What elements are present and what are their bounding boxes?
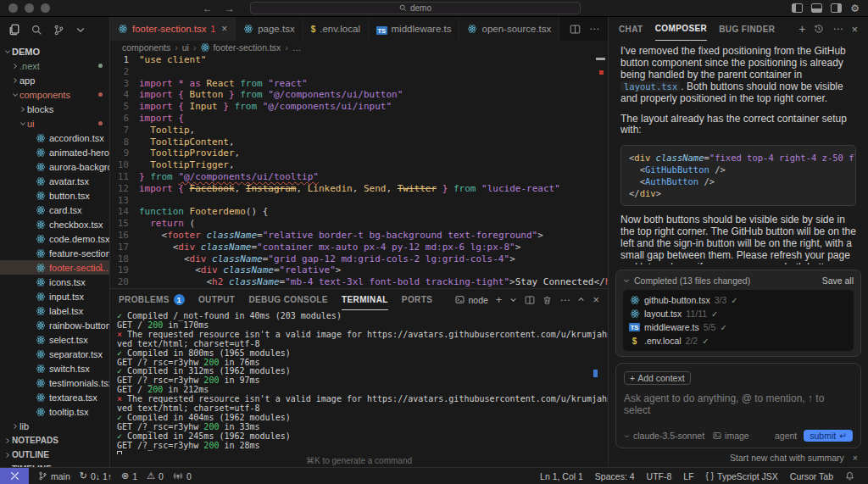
editor-tab-footer-section-tsx[interactable]: footer-section.tsx1× [110, 17, 236, 41]
tree-item-footer-sectio-[interactable]: footer-sectio...1 [0, 260, 109, 275]
panel-tab-ports[interactable]: PORTS [402, 289, 432, 310]
scrollbar-thumb[interactable] [596, 58, 605, 60]
panel-tab-terminal[interactable]: TERMINAL [342, 289, 388, 310]
changed-file--env-local[interactable]: $.env.local2/2✓ [629, 334, 848, 348]
tree-item-lib[interactable]: lib [0, 419, 109, 433]
more-actions-icon[interactable]: ⋯ [832, 23, 843, 35]
status-cursor-tab[interactable]: Cursor Tab [790, 471, 833, 481]
composer-input[interactable]: +Add context Ask agent to do anything, @… [615, 363, 861, 448]
add-context-button[interactable]: +Add context [624, 371, 691, 385]
tree-item-separator-tsx[interactable]: separator.tsx [0, 347, 109, 361]
breadcrumb-item[interactable]: ui [182, 42, 189, 53]
tree-item-animated-hero-tsx[interactable]: animated-hero.tsx [0, 145, 109, 159]
minimize-window-icon[interactable] [25, 3, 34, 13]
source-control-icon[interactable] [53, 25, 64, 36]
command-center-search[interactable]: demo [250, 2, 581, 14]
toggle-primary-sidebar-icon[interactable] [792, 3, 803, 13]
editor-tab-page-tsx[interactable]: page.tsx [236, 17, 303, 41]
code-editor[interactable]: 1"use client"23import * as React from "r… [110, 54, 608, 288]
split-terminal-icon[interactable] [525, 295, 535, 305]
chevron-down-icon[interactable] [509, 296, 517, 303]
tree-item-label-tsx[interactable]: label.tsx [0, 303, 109, 318]
status-braces[interactable]: { }TypeScript JSX [706, 471, 778, 481]
status-branch[interactable]: main [38, 471, 70, 481]
tree-item-aurora-backgroun-[interactable]: aurora-backgroun... [0, 159, 109, 174]
close-tab-icon[interactable]: × [221, 23, 227, 35]
status-spaces-4[interactable]: Spaces: 4 [595, 471, 635, 481]
status-utf-8[interactable]: UTF-8 [647, 471, 672, 481]
tree-item-select-tsx[interactable]: select.tsx [0, 332, 109, 347]
tree-item-notepads[interactable]: NOTEPADS [0, 433, 109, 448]
maximize-panel-icon[interactable] [577, 296, 585, 303]
more-actions-icon[interactable]: ⋯ [559, 294, 570, 306]
gear-icon[interactable]: ⚙ [850, 3, 860, 14]
agent-label[interactable]: agent [775, 431, 797, 441]
ai-tab-chat[interactable]: CHAT [619, 17, 643, 41]
breadcrumb-item[interactable]: … [292, 42, 302, 53]
breadcrumb-item[interactable]: footer-section.tsx [200, 42, 281, 53]
tree-item-blocks[interactable]: blocks [0, 102, 109, 116]
close-window-icon[interactable] [8, 3, 18, 13]
terminal-instance[interactable]: node [455, 295, 487, 305]
editor-tab-middleware-ts[interactable]: TSmiddleware.ts [369, 17, 460, 41]
tree-item-timeline[interactable]: TIMELINE [0, 462, 109, 467]
zoom-window-icon[interactable] [41, 3, 50, 13]
tree-item-icons-tsx[interactable]: icons.tsx [0, 275, 109, 289]
status-ln-1-col-1[interactable]: Ln 1, Col 1 [540, 471, 583, 481]
close-panel-icon[interactable]: × [593, 293, 599, 306]
tree-item-components[interactable]: components [0, 87, 109, 102]
status-warning[interactable]: ⚠0 [147, 470, 164, 481]
model-selector[interactable]: claude-3.5-sonnet [633, 431, 704, 441]
changed-file-github-button-tsx[interactable]: github-button.tsx3/3✓ [629, 293, 848, 307]
status-sync[interactable]: ↻0↓ 1↑ [80, 470, 112, 481]
panel-tab-debug-console[interactable]: DEBUG CONSOLE [248, 289, 328, 310]
toggle-panel-icon[interactable] [811, 3, 822, 13]
toggle-secondary-sidebar-icon[interactable] [831, 3, 842, 13]
terminal-output[interactable]: ✓ Compiled /_not-found in 40ms (203 modu… [110, 310, 608, 454]
composer-placeholder[interactable]: Ask agent to do anything, @ to mention, … [624, 392, 853, 416]
tree-item-switch-tsx[interactable]: switch.tsx [0, 361, 109, 376]
attach-image-button[interactable]: image [725, 431, 749, 441]
tree-item-textarea-tsx[interactable]: textarea.tsx [0, 390, 109, 404]
panel-tab-problems[interactable]: PROBLEMS1 [119, 289, 185, 310]
tree-item-rainbow-button-tsx[interactable]: rainbow-button.tsx [0, 318, 109, 332]
nav-back-icon[interactable]: ← [203, 3, 213, 14]
search-icon[interactable] [31, 25, 42, 36]
tree-item-card-tsx[interactable]: card.tsx [0, 203, 109, 217]
editor-tab-open-source-tsx[interactable]: open-source.tsx [459, 17, 559, 41]
submit-button[interactable]: submit↵ [804, 430, 853, 442]
close-pane-icon[interactable]: × [851, 23, 858, 36]
tree-item-testimonials-tsx[interactable]: testimonials.tsx [0, 376, 109, 390]
chat-code-block[interactable]: <div className="fixed top-4 right-4 z-50… [620, 145, 856, 206]
tree-item-feature-section-tsx[interactable]: feature-section.tsx [0, 246, 109, 260]
panel-tab-output[interactable]: OUTPUT [198, 289, 236, 310]
dismiss-icon[interactable]: × [853, 453, 858, 463]
tree-item--next[interactable]: .next [0, 58, 109, 73]
tree-item-input-tsx[interactable]: input.tsx [0, 289, 109, 303]
chevron-down-icon[interactable] [75, 25, 86, 35]
editor-tab--env-local[interactable]: $.env.local [303, 17, 369, 41]
remote-indicator[interactable] [0, 468, 29, 484]
history-icon[interactable] [814, 24, 824, 34]
ai-tab-bug-finder[interactable]: BUG FINDER [719, 17, 775, 41]
tree-item-checkbox-tsx[interactable]: checkbox.tsx [0, 217, 109, 231]
status-bell[interactable] [845, 471, 858, 481]
tree-item-accordion-tsx[interactable]: accordion.tsx [0, 131, 109, 145]
nav-forward-icon[interactable]: → [225, 3, 235, 14]
save-all-button[interactable]: Save all [822, 275, 854, 286]
breadcrumb-item[interactable]: components [122, 42, 170, 53]
tree-item-code-demo-tsx[interactable]: code.demo.tsx [0, 231, 109, 246]
status-error[interactable]: ⊗1 [121, 470, 137, 481]
changed-file-middleware-ts[interactable]: TSmiddleware.ts5/5✓ [629, 320, 848, 334]
more-actions-icon[interactable]: ⋯ [589, 23, 599, 35]
trash-icon[interactable] [542, 295, 552, 305]
new-chat-summary-link[interactable]: Start new chat with summary [730, 453, 844, 463]
inline-code-chip[interactable]: layout.tsx [620, 81, 681, 92]
status-lf[interactable]: LF [683, 471, 693, 481]
new-terminal-icon[interactable]: + [496, 293, 503, 306]
new-chat-icon[interactable]: + [798, 22, 805, 36]
tree-item-app[interactable]: app [0, 73, 109, 87]
breadcrumb[interactable]: components›ui›footer-section.tsx›… [110, 41, 608, 54]
tree-item-button-tsx[interactable]: button.tsx [0, 188, 109, 203]
tree-item-tooltip-tsx[interactable]: tooltip.tsx [0, 404, 109, 419]
